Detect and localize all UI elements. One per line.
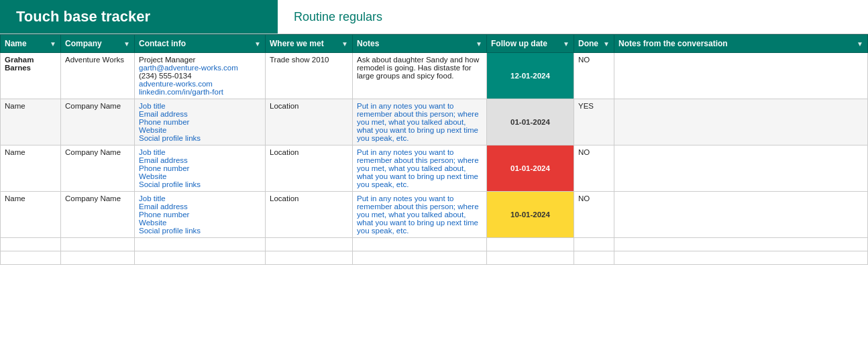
col-header-convnotes[interactable]: Notes from the conversation ▼ (614, 35, 868, 53)
empty-cell (266, 238, 353, 251)
cell-where[interactable]: Location (266, 192, 353, 238)
cell-done[interactable]: NO (574, 145, 614, 192)
table-row: GrahamBarnes Adventure Works Project Man… (1, 53, 868, 99)
empty-cell (135, 238, 266, 251)
app-title: Touch base tracker (16, 8, 150, 25)
filter-arrow-where[interactable]: ▼ (341, 40, 348, 48)
cell-company[interactable]: Company Name (61, 192, 135, 238)
empty-cell (135, 251, 266, 265)
cell-done[interactable]: NO (574, 53, 614, 99)
col-done-label: Done (578, 39, 598, 48)
empty-cell (353, 238, 487, 251)
col-header-company[interactable]: Company ▼ (61, 35, 135, 53)
col-name-label: Name (5, 39, 27, 48)
cell-convnotes[interactable] (614, 145, 868, 192)
empty-cell (614, 238, 868, 251)
col-header-done[interactable]: Done ▼ (574, 35, 614, 53)
empty-cell (61, 238, 135, 251)
cell-company[interactable]: Company Name (61, 145, 135, 192)
filter-arrow-notes[interactable]: ▼ (476, 40, 482, 48)
cell-followup[interactable]: 01-01-2024 (487, 145, 574, 192)
table-header-row: Name ▼ Company ▼ Contact info ▼ Where we… (1, 35, 868, 53)
cell-company[interactable]: Adventure Works (61, 53, 135, 99)
cell-contact[interactable]: Project Manager garth@adventure-works.co… (135, 53, 266, 99)
empty-cell (61, 251, 135, 265)
filter-arrow-company[interactable]: ▼ (123, 40, 130, 48)
app-subtitle: Routine regulars (278, 10, 382, 24)
col-company-label: Company (65, 39, 102, 48)
cell-done[interactable]: NO (574, 192, 614, 238)
cell-contact[interactable]: Job title Email address Phone number Web… (135, 145, 266, 192)
filter-arrow-contact[interactable]: ▼ (254, 40, 261, 48)
empty-cell (574, 238, 614, 251)
col-where-label: Where we met (270, 39, 324, 48)
empty-cell (487, 251, 574, 265)
cell-where[interactable]: Location (266, 99, 353, 145)
cell-contact[interactable]: Job title Email address Phone number Web… (135, 192, 266, 238)
cell-convnotes[interactable] (614, 53, 868, 99)
cell-contact[interactable]: Job title Email address Phone number Web… (135, 99, 266, 145)
cell-convnotes[interactable] (614, 192, 868, 238)
table-row-empty (1, 238, 868, 251)
table-row-empty (1, 251, 868, 265)
cell-done[interactable]: YES (574, 99, 614, 145)
col-header-contact[interactable]: Contact info ▼ (135, 35, 266, 53)
empty-cell (614, 251, 868, 265)
cell-company[interactable]: Company Name (61, 99, 135, 145)
table-row: Name Company Name Job title Email addres… (1, 99, 868, 145)
cell-convnotes[interactable] (614, 99, 868, 145)
cell-followup[interactable]: 10-01-2024 (487, 192, 574, 238)
filter-arrow-name[interactable]: ▼ (50, 40, 56, 48)
col-convnotes-label: Notes from the conversation (618, 39, 728, 48)
cell-followup[interactable]: 12-01-2024 (487, 53, 574, 99)
filter-arrow-convnotes[interactable]: ▼ (857, 40, 863, 48)
cell-notes[interactable]: Put in any notes you want to remember ab… (353, 99, 487, 145)
cell-name[interactable]: Name (1, 99, 61, 145)
cell-where[interactable]: Location (266, 145, 353, 192)
empty-cell (1, 238, 61, 251)
app-header: Touch base tracker Routine regulars (0, 0, 868, 34)
filter-arrow-followup[interactable]: ▼ (563, 40, 569, 48)
col-header-followup[interactable]: Follow up date ▼ (487, 35, 574, 53)
col-notes-label: Notes (357, 39, 379, 48)
cell-name[interactable]: Name (1, 145, 61, 192)
cell-where[interactable]: Trade show 2010 (266, 53, 353, 99)
cell-name[interactable]: GrahamBarnes (1, 53, 61, 99)
empty-cell (574, 251, 614, 265)
col-contact-label: Contact info (139, 39, 186, 48)
table-row: Name Company Name Job title Email addres… (1, 192, 868, 238)
empty-cell (266, 251, 353, 265)
cell-notes[interactable]: Put in any notes you want to remember ab… (353, 145, 487, 192)
col-header-notes[interactable]: Notes ▼ (353, 35, 487, 53)
cell-name[interactable]: Name (1, 192, 61, 238)
cell-followup[interactable]: 01-01-2024 (487, 99, 574, 145)
main-table: Name ▼ Company ▼ Contact info ▼ Where we… (0, 34, 868, 265)
cell-notes[interactable]: Ask about daughter Sandy and how remodel… (353, 53, 487, 99)
empty-cell (487, 238, 574, 251)
col-header-where[interactable]: Where we met ▼ (266, 35, 353, 53)
col-header-name[interactable]: Name ▼ (1, 35, 61, 53)
empty-cell (1, 251, 61, 265)
col-followup-label: Follow up date (491, 39, 547, 48)
filter-arrow-done[interactable]: ▼ (603, 40, 610, 48)
table-row: Name Company Name Job title Email addres… (1, 145, 868, 192)
empty-cell (353, 251, 487, 265)
cell-notes[interactable]: Put in any notes you want to remember ab… (353, 192, 487, 238)
app-title-block: Touch base tracker (0, 0, 278, 34)
